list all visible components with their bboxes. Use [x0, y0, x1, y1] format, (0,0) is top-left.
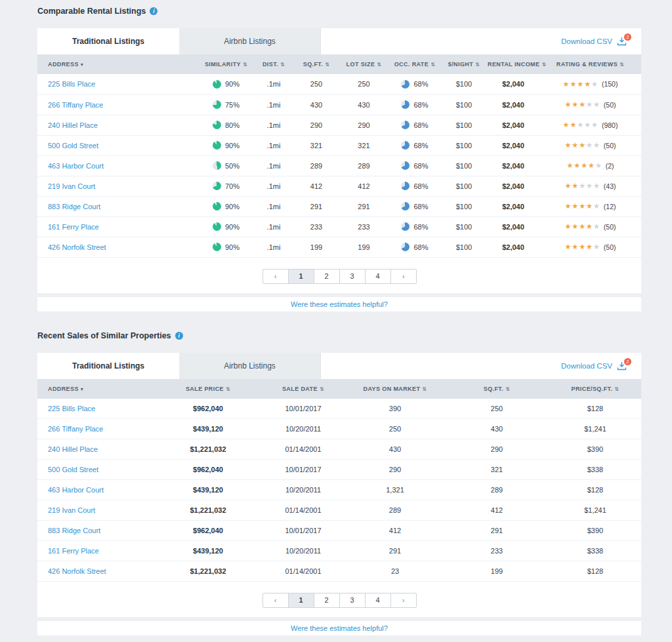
star-icon: ★	[581, 161, 587, 170]
sort-icon: ⇅	[620, 62, 624, 68]
column-header-sale-date[interactable]: SALE DATE⇅	[261, 379, 346, 399]
occ-rate-cell: 68%	[388, 196, 441, 216]
address-link[interactable]: 266 Tiffany Place	[48, 101, 103, 109]
days-on-market-value: 250	[346, 419, 444, 439]
column-label: SQ.FT.	[303, 61, 323, 68]
occ-rate-cell: 68%	[388, 74, 441, 94]
occ-rate-pie-icon	[401, 243, 410, 251]
tab-airbnb-listings[interactable]: Airbnb Listings	[179, 28, 321, 54]
similarity-pie-icon	[213, 161, 221, 170]
address-link[interactable]: 426 Norfolk Street	[48, 243, 106, 251]
column-header-occ-rate[interactable]: OCC. RATE⇅	[388, 54, 441, 74]
column-header-night[interactable]: $/NIGHT⇅	[441, 54, 487, 74]
sort-icon: ⇅	[325, 62, 329, 68]
rentals-card: Traditional Listings Airbnb Listings Dow…	[37, 28, 641, 293]
pagination-next[interactable]: ›	[390, 593, 417, 608]
pagination-prev[interactable]: ‹	[262, 593, 289, 608]
column-header-address[interactable]: ADDRESS▾	[37, 379, 156, 399]
column-header-days-on-market[interactable]: DAYS ON MARKET⇅	[346, 379, 444, 399]
info-icon[interactable]: i	[175, 332, 183, 340]
column-label: LOT SIZE	[346, 61, 375, 68]
address-link[interactable]: 426 Norfolk Street	[48, 567, 106, 575]
days-on-market-value: 291	[346, 541, 444, 561]
column-header-dist[interactable]: DIST.⇅	[254, 54, 293, 74]
star-rating: ★★★★★(50)	[540, 222, 640, 231]
column-header-rental-income[interactable]: RENTAL INCOME⇅	[487, 54, 539, 74]
column-label: SQ.FT.	[484, 386, 503, 392]
helpful-link[interactable]: Were these estimates helpful?	[291, 300, 388, 308]
review-count: (980)	[602, 121, 618, 129]
address-link[interactable]: 463 Harbor Court	[48, 486, 104, 494]
column-header-sq-ft[interactable]: SQ.FT.⇅	[444, 379, 549, 399]
page: Comparable Rental Listings i Traditional…	[0, 0, 672, 642]
column-header-similarity[interactable]: SIMILARITY⇅	[198, 54, 254, 74]
column-header-lot-size[interactable]: LOT SIZE⇅	[339, 54, 388, 74]
address-link[interactable]: 883 Ridge Court	[48, 203, 100, 211]
tab-traditional-listings[interactable]: Traditional Listings	[37, 28, 179, 54]
similarity-pie-icon	[213, 100, 221, 109]
similarity-value: 90%	[225, 243, 240, 251]
address-link[interactable]: 500 Gold Street	[48, 142, 98, 150]
column-header-address[interactable]: ADDRESS▾	[37, 54, 198, 74]
sort-icon: ⇅	[280, 62, 285, 68]
address-link[interactable]: 219 Ivan Court	[48, 182, 95, 190]
star-icon: ★	[564, 202, 571, 211]
price-per-night-value: $100	[441, 74, 487, 94]
address-link[interactable]: 225 Bills Place	[48, 80, 95, 88]
pagination-page-4[interactable]: 4	[365, 593, 391, 608]
tab-airbnb-listings[interactable]: Airbnb Listings	[179, 353, 321, 379]
address-link[interactable]: 240 Hillel Place	[48, 445, 98, 453]
rentals-pagination: ‹1234›	[37, 258, 641, 293]
sales-table: ADDRESS▾SALE PRICE⇅SALE DATE⇅DAYS ON MAR…	[37, 379, 641, 582]
address-link[interactable]: 225 Bills Place	[48, 405, 95, 412]
address-link[interactable]: 219 Ivan Court	[48, 506, 95, 514]
column-header-price-sq-ft[interactable]: PRICE/SQ.FT.⇅	[549, 379, 641, 399]
column-label: SALE DATE	[282, 386, 318, 392]
column-header-rating-reviews[interactable]: RATING & REVIEWS⇅	[539, 54, 641, 74]
column-header-sale-price[interactable]: SALE PRICE⇅	[156, 379, 261, 399]
address-link[interactable]: 500 Gold Street	[48, 466, 98, 473]
pagination-page-4[interactable]: 4	[365, 269, 391, 284]
address-link[interactable]: 240 Hillel Place	[48, 121, 98, 129]
column-header-sq-ft[interactable]: SQ.FT.⇅	[293, 54, 339, 74]
pagination-page-1[interactable]: 1	[288, 593, 314, 608]
occ-rate-pie-icon	[401, 222, 410, 231]
address-cell: 219 Ivan Court	[37, 176, 198, 196]
download-csv-link[interactable]: Download CSV 2	[561, 353, 641, 379]
address-cell: 463 Harbor Court	[37, 480, 156, 500]
pagination-page-3[interactable]: 3	[339, 593, 366, 608]
occ-rate-value: 68%	[413, 182, 428, 190]
days-on-market-value: 1,321	[346, 480, 444, 500]
column-label: ADDRESS	[48, 61, 79, 68]
download-csv-link[interactable]: Download CSV 2	[561, 28, 641, 54]
address-cell: 161 Ferry Place	[37, 216, 198, 237]
header-row: ADDRESS▾SIMILARITY⇅DIST.⇅SQ.FT.⇅LOT SIZE…	[37, 54, 641, 74]
pagination-page-1[interactable]: 1	[288, 269, 314, 284]
star-icon: ★	[593, 202, 600, 211]
address-link[interactable]: 266 Tiffany Place	[48, 425, 103, 433]
helpful-link[interactable]: Were these estimates helpful?	[291, 624, 388, 632]
tab-traditional-listings[interactable]: Traditional Listings	[37, 353, 179, 379]
similarity-pie-icon	[213, 202, 221, 211]
address-link[interactable]: 161 Ferry Place	[48, 547, 99, 555]
pagination-next[interactable]: ›	[390, 269, 417, 284]
price-per-night-value: $100	[441, 237, 487, 257]
star-icon: ★	[572, 182, 578, 190]
price-per-night-value: $100	[441, 176, 487, 196]
pagination-prev[interactable]: ‹	[262, 269, 289, 284]
pagination-page-2[interactable]: 2	[314, 269, 340, 284]
star-icon: ★	[586, 202, 593, 211]
address-link[interactable]: 883 Ridge Court	[48, 527, 100, 534]
lot-size-value: 290	[339, 115, 388, 135]
pagination-page-2[interactable]: 2	[314, 593, 340, 608]
address-link[interactable]: 463 Harbor Court	[48, 162, 104, 170]
rentals-tabs: Traditional Listings Airbnb Listings Dow…	[37, 28, 641, 54]
review-count: (50)	[604, 223, 616, 231]
pagination-page-3[interactable]: 3	[339, 269, 366, 284]
address-link[interactable]: 161 Ferry Place	[48, 223, 99, 231]
info-icon[interactable]: i	[150, 7, 158, 15]
similarity-pie-icon	[213, 243, 221, 251]
similarity-value: 90%	[225, 142, 240, 150]
occ-rate-cell: 68%	[388, 176, 441, 196]
sqft-value: 290	[293, 115, 339, 135]
